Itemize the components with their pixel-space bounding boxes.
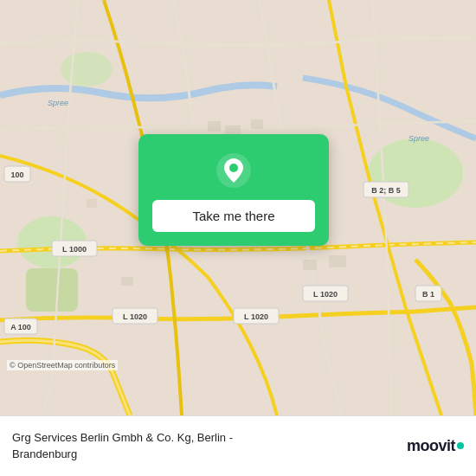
svg-rect-23 (208, 121, 221, 132)
take-me-there-button[interactable]: Take me there (152, 200, 315, 232)
cta-card: Take me there (138, 134, 329, 246)
svg-text:L 1020: L 1020 (123, 312, 147, 321)
svg-text:L 1000: L 1000 (62, 245, 87, 254)
svg-text:L 1020: L 1020 (313, 290, 338, 299)
svg-rect-28 (121, 277, 133, 286)
map-attribution: © OpenStreetMap contributors (7, 360, 118, 370)
svg-rect-24 (225, 125, 241, 134)
info-bar: Grg Services Berlin Gmbh & Co. Kg, Berli… (0, 415, 476, 476)
location-name: Grg Services Berlin Gmbh & Co. Kg, Berli… (12, 430, 233, 461)
svg-rect-26 (303, 260, 317, 270)
moovit-dot-icon (457, 442, 464, 449)
moovit-wordmark: moovit (407, 437, 455, 455)
map-container: L 1000 L 1020 L 1020 L 1020 B 2; B 5 B 1… (0, 0, 476, 415)
svg-text:B 1: B 1 (422, 290, 434, 299)
svg-rect-3 (26, 268, 78, 312)
moovit-logo: moovit (407, 437, 464, 455)
svg-rect-25 (251, 119, 263, 129)
svg-text:L 1020: L 1020 (244, 312, 268, 321)
svg-text:B 2; B 5: B 2; B 5 (371, 186, 401, 195)
svg-rect-29 (87, 199, 97, 208)
svg-point-31 (229, 164, 238, 172)
svg-text:Spree: Spree (408, 134, 429, 143)
svg-rect-27 (329, 255, 346, 267)
svg-text:A 100: A 100 (10, 323, 31, 331)
svg-point-4 (61, 52, 113, 87)
svg-text:Spree: Spree (48, 99, 68, 107)
svg-text:100: 100 (10, 170, 23, 179)
location-pin-icon (215, 151, 253, 190)
